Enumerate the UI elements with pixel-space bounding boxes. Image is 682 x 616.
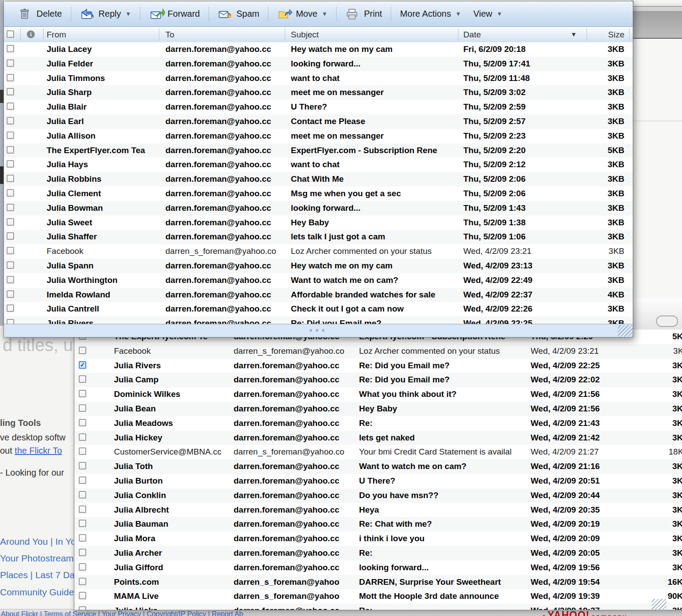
row-checkbox[interactable] — [79, 347, 86, 354]
row-checkbox[interactable] — [7, 304, 14, 312]
email-row[interactable]: Julia Baumandarren.foreman@yahoo.ccRe: C… — [74, 517, 682, 532]
background-nav-link[interactable]: Places | Last 7 Da — [0, 570, 76, 580]
row-checkbox[interactable] — [7, 247, 14, 254]
email-row[interactable]: Julia Felderdarren.foreman@yahoo.cclooki… — [4, 57, 633, 71]
row-checkbox[interactable] — [7, 232, 14, 240]
row-checkbox[interactable] — [7, 132, 14, 139]
email-row[interactable]: Julia Shafferdarren.foreman@yahoo.cclets… — [4, 230, 633, 244]
reply-button[interactable]: Reply ▼ — [74, 5, 137, 23]
email-row[interactable]: Julia Haysdarren.foreman@yahoo.ccwant to… — [4, 158, 633, 172]
email-row[interactable]: Julia Archerdarren.foreman@yahoo.ccRe:We… — [74, 546, 682, 561]
sort-descending-icon[interactable]: ▼ — [571, 27, 577, 42]
row-checkbox[interactable] — [7, 117, 14, 125]
email-row[interactable]: Julia Timmonsdarren.foreman@yahoo.ccwant… — [4, 71, 633, 86]
email-row[interactable]: Julia Albrechtdarren.foreman@yahoo.ccHey… — [74, 503, 682, 517]
background-nav-link[interactable]: Community Guidel — [0, 587, 76, 598]
row-checkbox[interactable] — [79, 375, 86, 383]
row-checkbox[interactable] — [79, 606, 86, 610]
column-header-date[interactable]: Date — [463, 27, 481, 42]
spam-button[interactable]: Spam — [212, 5, 265, 23]
row-checkbox[interactable] — [79, 592, 86, 599]
row-checkbox[interactable]: ✓ — [79, 361, 86, 369]
row-checkbox[interactable] — [79, 534, 86, 542]
row-checkbox[interactable] — [79, 390, 86, 397]
print-button[interactable]: Print — [339, 5, 388, 23]
row-checkbox[interactable] — [7, 290, 14, 298]
scrollbar-thumb[interactable] — [656, 315, 678, 327]
row-checkbox[interactable] — [7, 204, 14, 211]
flickr-tools-link[interactable]: the Flickr To — [15, 446, 62, 455]
row-checkbox[interactable] — [79, 520, 86, 527]
row-checkbox[interactable] — [79, 447, 86, 455]
email-row[interactable]: The ExpertFlyer.com Teadarren.foreman@ya… — [4, 143, 633, 158]
row-checkbox[interactable] — [7, 319, 14, 324]
column-header-from[interactable]: From — [47, 27, 66, 42]
row-checkbox[interactable] — [79, 404, 86, 412]
row-checkbox[interactable] — [79, 491, 86, 499]
more-actions-button[interactable]: More Actions ▼ — [394, 5, 467, 23]
email-row[interactable]: Julia Robbinsdarren.foreman@yahoo.ccChat… — [4, 172, 633, 187]
email-row[interactable]: Julia Campdarren.foreman@yahoo.ccRe: Did… — [74, 373, 682, 387]
email-row[interactable]: Julia Gifforddarren.foreman@yahoo.cclook… — [74, 561, 682, 575]
row-checkbox[interactable] — [79, 433, 86, 441]
row-checkbox[interactable] — [79, 419, 86, 426]
horizontal-scrollbar[interactable] — [4, 324, 633, 337]
email-row[interactable]: Julia Spanndarren.foreman@yahoo.ccHey wa… — [4, 259, 633, 273]
email-row[interactable]: Julia Burtondarren.foreman@yahoo.ccU The… — [74, 474, 682, 488]
column-header-size[interactable]: Size — [589, 27, 624, 42]
row-checkbox[interactable] — [7, 175, 14, 182]
email-row[interactable]: Julia Beandarren.foreman@yahoo.ccHey Bab… — [74, 402, 682, 416]
row-checkbox[interactable] — [7, 261, 14, 269]
background-nav-link[interactable]: Around You | In Yo — [0, 536, 76, 547]
select-all-checkbox[interactable] — [7, 30, 14, 38]
row-checkbox[interactable] — [79, 462, 86, 469]
row-checkbox[interactable] — [79, 578, 86, 585]
email-row[interactable]: CustomerService@MBNA.ccdarren_s_foreman@… — [74, 445, 682, 459]
email-row[interactable]: Julia Riversdarren.foreman@yahoo.ccRe: D… — [4, 316, 633, 324]
row-checkbox[interactable] — [7, 189, 14, 197]
row-checkbox[interactable] — [7, 146, 14, 154]
resize-grip-icon[interactable] — [618, 325, 633, 337]
background-nav-link[interactable]: Your Photostream — [0, 553, 76, 564]
email-row[interactable]: Facebookdarren_s_foreman@yahoo.coLoz Arc… — [74, 344, 682, 359]
row-checkbox[interactable] — [7, 103, 14, 110]
email-row[interactable]: Julia Allisondarren.foreman@yahoo.ccmeet… — [4, 129, 633, 143]
row-checkbox[interactable] — [7, 160, 14, 168]
email-row[interactable]: MAMA Livedarren_s_foreman@yahooMott the … — [74, 589, 682, 604]
view-button[interactable]: View ▼ — [467, 5, 509, 23]
email-row[interactable]: Julia Worthingtondarren.foreman@yahoo.cc… — [4, 273, 633, 288]
row-checkbox[interactable] — [7, 88, 14, 95]
email-row[interactable]: Julia Laceydarren.foreman@yahoo.ccHey wa… — [4, 42, 633, 57]
row-checkbox[interactable] — [79, 506, 86, 513]
resize-grip-icon[interactable] — [652, 599, 667, 610]
email-row[interactable]: Dominick Wilkesdarren.foreman@yahoo.ccWh… — [74, 387, 682, 402]
row-checkbox[interactable] — [7, 74, 14, 81]
info-icon[interactable]: i — [27, 30, 35, 38]
email-row[interactable]: Julia Earldarren.foreman@yahoo.ccContact… — [4, 114, 633, 129]
email-row[interactable]: Julia Bowmandarren.foreman@yahoo.cclooki… — [4, 201, 633, 216]
row-checkbox[interactable] — [7, 45, 14, 52]
row-checkbox[interactable] — [79, 549, 86, 556]
forward-button[interactable]: Forward — [143, 5, 206, 23]
email-row[interactable]: Julia Tothdarren.foreman@yahoo.ccWant to… — [74, 459, 682, 474]
email-row[interactable]: Julia Conklindarren.foreman@yahoo.ccDo y… — [74, 488, 682, 503]
row-checkbox[interactable] — [7, 276, 14, 283]
email-row[interactable]: Julia Sharpdarren.foreman@yahoo.ccmeet m… — [4, 85, 633, 100]
email-row[interactable]: Imelda Rowlanddarren.foreman@yahoo.ccAff… — [4, 288, 633, 302]
email-row[interactable]: Julia Meadowsdarren.foreman@yahoo.ccRe:W… — [74, 416, 682, 431]
row-checkbox[interactable] — [7, 218, 14, 226]
email-row[interactable]: Facebookdarren_s_foreman@yahoo.coLoz Arc… — [4, 244, 633, 259]
move-button[interactable]: Move ▼ — [271, 5, 334, 23]
email-row[interactable]: Julia Hicksdarren.foreman@yahoo.ccRe:Wed… — [74, 604, 682, 610]
email-row[interactable]: ✓Julia Riversdarren.foreman@yahoo.ccRe: … — [74, 359, 682, 373]
row-checkbox[interactable] — [79, 477, 86, 484]
footer-links[interactable]: About Flickr | Terms of Service | Your P… — [1, 610, 243, 616]
row-checkbox[interactable] — [7, 59, 14, 67]
email-row[interactable]: Julia Clementdarren.foreman@yahoo.ccMsg … — [4, 187, 633, 201]
email-row[interactable]: Julia Hickeydarren.foreman@yahoo.cclets … — [74, 431, 682, 445]
column-header-to[interactable]: To — [165, 27, 174, 42]
column-header-subject[interactable]: Subject — [291, 27, 319, 42]
email-row[interactable]: Julia Moradarren.foreman@yahoo.cci think… — [74, 532, 682, 546]
email-row[interactable]: Julia Blairdarren.foreman@yahoo.ccU Ther… — [4, 100, 633, 114]
row-checkbox[interactable] — [79, 563, 86, 571]
